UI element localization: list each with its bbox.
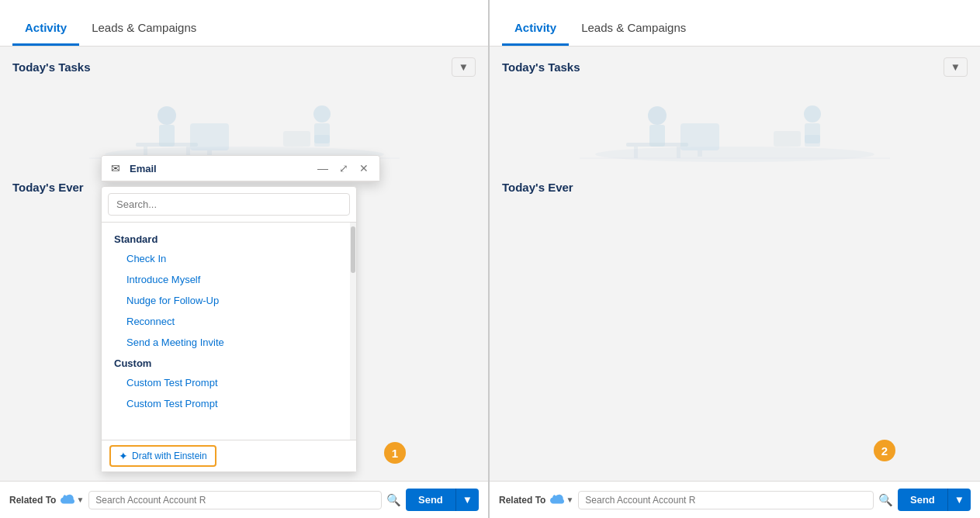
salesforce-cloud-icon: [61, 493, 74, 507]
right-search-icon[interactable]: 🔍: [878, 493, 893, 507]
left-minimize-button[interactable]: —: [316, 162, 330, 174]
svg-rect-3: [136, 143, 198, 147]
template-item-introduce[interactable]: Introduce Myself: [102, 269, 356, 290]
right-related-to-label: Related To: [499, 495, 545, 506]
left-tabs: Activity Leads & Campaigns: [0, 0, 488, 47]
right-events-section: Today's Ever: [490, 170, 980, 194]
left-tab-leads[interactable]: Leads & Campaigns: [79, 21, 209, 46]
svg-rect-16: [626, 143, 688, 147]
template-scrollbar-thumb: [351, 226, 355, 273]
template-item-reconnect[interactable]: Reconnect: [102, 311, 356, 332]
right-tasks-header: Today's Tasks ▼: [490, 47, 980, 85]
left-tab-activity[interactable]: Activity: [12, 21, 79, 46]
right-tasks-title: Today's Tasks: [502, 60, 580, 74]
left-email-modal: ✉ Email — ⤢ ✕: [101, 155, 380, 182]
svg-rect-20: [698, 150, 702, 157]
left-panel: Activity Leads & Campaigns Today's Tasks…: [0, 0, 490, 518]
template-scroll-area: Standard Check In Introduce Myself Nudge…: [102, 223, 356, 440]
left-close-button[interactable]: ✕: [358, 162, 370, 174]
svg-point-21: [804, 105, 821, 123]
svg-rect-6: [190, 123, 229, 150]
left-draft-bar: ✦ Draft with Einstein: [102, 440, 356, 471]
step-badge-2: 2: [874, 440, 895, 461]
left-send-button[interactable]: Send: [406, 489, 455, 511]
right-tab-leads[interactable]: Leads & Campaigns: [569, 21, 698, 46]
left-send-dropdown-button[interactable]: ▼: [455, 489, 479, 511]
right-panel: Activity Leads & Campaigns Today's Tasks…: [490, 0, 980, 518]
left-expand-button[interactable]: ⤢: [338, 162, 350, 174]
right-events-title: Today's Ever: [502, 181, 573, 194]
svg-rect-19: [680, 123, 719, 150]
left-search-icon[interactable]: 🔍: [386, 493, 401, 507]
right-tab-activity[interactable]: Activity: [502, 21, 569, 46]
left-tasks-chevron[interactable]: ▼: [452, 57, 476, 77]
left-modal-title: Email: [130, 163, 316, 174]
svg-point-8: [313, 105, 331, 123]
left-draft-einstein-button[interactable]: ✦ Draft with Einstein: [109, 445, 216, 467]
left-events-title: Today's Ever: [12, 181, 84, 194]
svg-rect-17: [634, 147, 638, 158]
left-related-to-label: Related To: [9, 495, 56, 506]
svg-rect-10: [283, 131, 310, 147]
template-search-input[interactable]: [108, 193, 350, 216]
left-arrow-icon: ▼: [76, 496, 84, 504]
right-tasks-chevron[interactable]: ▼: [944, 57, 968, 77]
right-send-button[interactable]: Send: [898, 489, 947, 511]
svg-rect-11: [314, 135, 330, 147]
template-item-custom-1[interactable]: Custom Test Prompt: [102, 372, 356, 393]
right-illustration: [490, 85, 980, 170]
left-modal-header: ✉ Email — ⤢ ✕: [102, 156, 379, 181]
template-item-meeting[interactable]: Send a Meeting Invite: [102, 332, 356, 353]
right-related-icon: ▼: [550, 493, 573, 507]
left-tasks-title: Today's Tasks: [12, 60, 91, 74]
left-related-icon: ▼: [61, 493, 84, 507]
svg-rect-18: [677, 147, 680, 158]
right-arrow-icon: ▼: [566, 496, 573, 504]
right-cloud-icon: [550, 493, 564, 507]
template-scrollbar[interactable]: [350, 223, 356, 440]
right-send-bar: Related To ▼ 🔍 Send ▼: [490, 481, 980, 518]
template-item-check-in[interactable]: Check In: [102, 248, 356, 269]
left-search-account-input[interactable]: [88, 491, 382, 509]
left-send-group: Send ▼: [406, 489, 479, 511]
svg-rect-24: [805, 135, 820, 147]
template-item-nudge[interactable]: Nudge for Follow-Up: [102, 290, 356, 311]
left-tasks-header: Today's Tasks ▼: [0, 47, 488, 85]
right-send-group: Send ▼: [898, 489, 971, 511]
left-modal-controls: — ⤢ ✕: [316, 162, 370, 174]
template-item-custom-2[interactable]: Custom Test Prompt: [102, 393, 356, 414]
template-list: Standard Check In Introduce Myself Nudge…: [102, 223, 356, 420]
right-search-account-input[interactable]: [578, 491, 874, 509]
left-email-icon: ✉: [111, 162, 120, 174]
template-dropdown: Standard Check In Introduce Myself Nudge…: [101, 186, 357, 472]
right-send-dropdown-button[interactable]: ▼: [947, 489, 971, 511]
step-badge-1: 1: [384, 442, 406, 464]
svg-point-1: [158, 106, 176, 125]
left-send-bar: Related To ▼ 🔍 Send ▼: [0, 481, 488, 518]
svg-rect-23: [774, 131, 801, 147]
left-draft-btn-label: Draft with Einstein: [132, 451, 207, 461]
einstein-star-icon: ✦: [119, 450, 128, 462]
svg-point-14: [648, 106, 667, 125]
template-search-area: [102, 187, 356, 223]
standard-section-label: Standard: [102, 229, 356, 248]
right-tabs: Activity Leads & Campaigns: [490, 0, 980, 47]
custom-section-label: Custom: [102, 353, 356, 372]
